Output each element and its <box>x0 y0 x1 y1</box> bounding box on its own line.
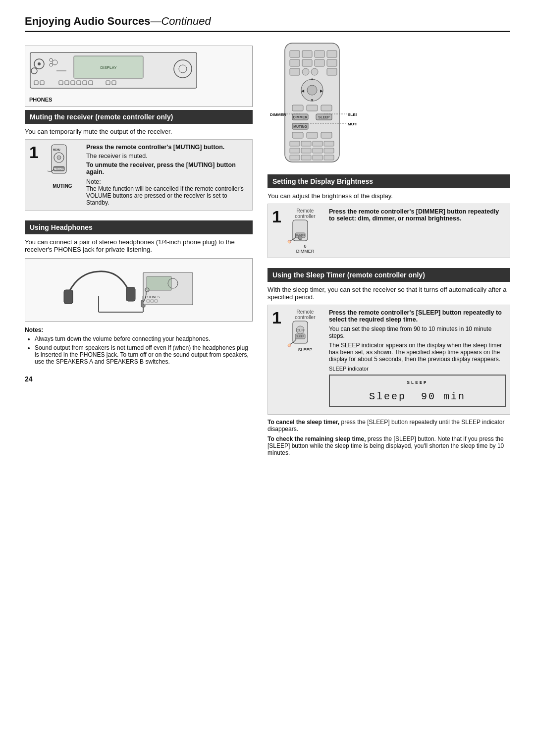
page-number: 24 <box>25 375 253 383</box>
cancel-sleep-note: To cancel the sleep timer, press the [SL… <box>268 419 510 432</box>
svg-rect-73 <box>290 141 300 146</box>
svg-point-101 <box>288 344 291 347</box>
svg-text:SLEEP: SLEEP <box>348 112 357 117</box>
svg-text:▼: ▼ <box>310 98 314 103</box>
muting-section: Muting the receiver (remote controller o… <box>25 110 253 211</box>
svg-rect-28 <box>64 290 73 304</box>
dimmer-remote-icon: Remote controller DIMMER 0DIMMER <box>285 208 325 254</box>
svg-rect-71 <box>307 132 318 138</box>
svg-text:CLR: CLR <box>296 328 304 332</box>
sleep-indicator-label: SLEEP indicator <box>329 366 506 372</box>
svg-text:SLEEP: SLEEP <box>296 335 305 338</box>
phones-label: PHONES <box>29 97 52 103</box>
svg-rect-62 <box>307 105 318 111</box>
step-number: 1 <box>29 144 39 161</box>
svg-rect-82 <box>301 155 311 160</box>
svg-rect-54 <box>327 68 337 75</box>
headphones-notes: Always turn down the volume before conne… <box>25 335 253 365</box>
left-column: DISPLAY PHONES <box>25 41 253 466</box>
brightness-section: Setting the Display Brightness You can a… <box>268 174 510 258</box>
muting-remote-icon: MENU MUTING MUTING <box>43 144 82 189</box>
svg-rect-52 <box>302 68 309 75</box>
sleep-timer-section: Using the Sleep Timer (remote controller… <box>268 268 510 456</box>
brightness-step-num: 1 <box>272 208 281 225</box>
headphones-section: Using Headphones You can connect a pair … <box>25 220 253 365</box>
svg-rect-84 <box>324 155 334 160</box>
svg-text:MUTING: MUTING <box>348 122 357 126</box>
svg-rect-81 <box>290 155 300 160</box>
svg-rect-46 <box>327 51 337 57</box>
svg-rect-72 <box>321 132 332 138</box>
svg-rect-51 <box>290 68 300 75</box>
svg-text:DIMMER: DIMMER <box>293 115 307 119</box>
svg-rect-44 <box>302 51 312 57</box>
svg-rect-53 <box>311 68 318 75</box>
brightness-header: Setting the Display Brightness <box>268 174 510 188</box>
svg-text:DIMMER: DIMMER <box>270 112 286 117</box>
svg-rect-70 <box>292 132 303 138</box>
svg-text:▲: ▲ <box>310 77 314 81</box>
svg-rect-45 <box>315 51 324 57</box>
brightness-step1-text: Press the remote controller's [DIMMER] b… <box>329 208 506 222</box>
notes-label: Notes: <box>25 326 253 333</box>
svg-rect-63 <box>321 105 332 111</box>
svg-rect-76 <box>324 141 334 146</box>
svg-rect-48 <box>302 59 312 66</box>
svg-rect-29 <box>126 287 135 301</box>
sleep-timer-header: Using the Sleep Timer (remote controller… <box>268 268 510 282</box>
svg-rect-79 <box>313 148 322 153</box>
right-column: ▲ ▼ ◀ ▶ DIMMER SLEEP MUTING <box>268 41 510 466</box>
svg-text:◀: ◀ <box>301 89 305 93</box>
muting-header: Muting the receiver (remote controller o… <box>25 110 253 124</box>
sleep-step1: 1 Remote controller SLEEP CLR SLEEP <box>268 305 510 415</box>
svg-rect-74 <box>301 141 311 146</box>
svg-point-25 <box>57 156 61 160</box>
svg-rect-77 <box>290 148 300 153</box>
svg-rect-78 <box>301 148 311 153</box>
sleep-step-num: 1 <box>272 309 281 326</box>
headphones-note-2: Sound output from speakers is not turned… <box>35 344 253 365</box>
svg-rect-75 <box>313 141 322 146</box>
svg-rect-83 <box>313 155 322 160</box>
svg-point-94 <box>298 236 302 240</box>
sleep-remote-icon: Remote controller SLEEP CLR SLEEP <box>285 309 325 352</box>
svg-point-2 <box>38 62 41 65</box>
receiver-illustration: DISPLAY PHONES <box>25 46 253 107</box>
muting-step1: 1 MENU MUTING <box>25 139 253 211</box>
svg-rect-61 <box>292 105 303 111</box>
svg-text:▶: ▶ <box>320 89 323 93</box>
svg-text:PHONES: PHONES <box>145 295 160 299</box>
svg-text:MUTING: MUTING <box>54 167 64 170</box>
svg-rect-80 <box>324 148 334 153</box>
sleep-step1-text: Press the remote controller's [SLEEP] bu… <box>329 309 506 410</box>
headphones-header: Using Headphones <box>25 220 253 234</box>
brightness-step1: 1 Remote controller DIMMER 0DIMMER <box>268 204 510 258</box>
muting-intro: You can temporarily mute the output of t… <box>25 128 253 135</box>
svg-text:SLEEP: SLEEP <box>319 115 330 119</box>
headphones-intro: You can connect a pair of stereo headpho… <box>25 238 253 253</box>
svg-rect-43 <box>290 51 300 57</box>
svg-text:DISPLAY: DISPLAY <box>100 65 117 70</box>
svg-point-95 <box>288 240 291 243</box>
check-sleep-note: To check the remaining sleep time, press… <box>268 435 510 456</box>
svg-rect-50 <box>327 59 337 66</box>
page-title: Enjoying Audio Sources—Continued <box>25 15 510 32</box>
svg-rect-47 <box>290 59 300 66</box>
svg-text:MUTING: MUTING <box>293 125 307 128</box>
remote-top-illustration: ▲ ▼ ◀ ▶ DIMMER SLEEP MUTING <box>268 41 510 169</box>
muting-step1-text: Press the remote controller's [MUTING] b… <box>86 144 248 206</box>
sleep-timer-intro: With the sleep timer, you can set the re… <box>268 286 510 301</box>
svg-rect-49 <box>315 59 324 66</box>
svg-point-56 <box>307 85 317 95</box>
headphones-illustration: PHONES <box>25 258 253 322</box>
svg-text:MENU: MENU <box>53 148 60 151</box>
brightness-intro: You can adjust the brightness of the dis… <box>268 192 510 200</box>
headphones-note-1: Always turn down the volume before conne… <box>35 335 253 342</box>
sleep-display: SLEEP Sleep 90 min <box>329 375 506 407</box>
